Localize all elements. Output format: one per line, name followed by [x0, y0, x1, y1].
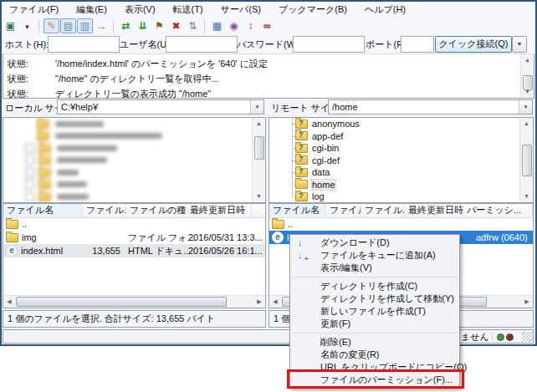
- log-toggle-icon[interactable]: [43, 18, 59, 33]
- remote-tree-item[interactable]: anonymous: [269, 118, 533, 130]
- username-input[interactable]: [166, 36, 238, 53]
- context-menu: ダウンロード(D) ファイルをキューに追加(A) 表示/編集(V) ディレクトリ…: [289, 234, 460, 389]
- menu-help[interactable]: ヘルプ(H): [357, 2, 413, 17]
- local-tree-item-blurred[interactable]: [3, 155, 265, 167]
- password-input[interactable]: [293, 36, 365, 53]
- local-tree-item-blurred[interactable]: [3, 118, 265, 130]
- remote-tree-item[interactable]: cgi-def: [269, 155, 533, 167]
- menu-item-download[interactable]: ダウンロード(D): [290, 237, 459, 249]
- site-manager-icon[interactable]: [3, 18, 18, 33]
- remote-site-combo[interactable]: /home ▼: [328, 99, 533, 115]
- remote-tree-item[interactable]: data: [269, 166, 533, 179]
- reconnect-icon[interactable]: [185, 18, 201, 33]
- local-tree-item-blurred[interactable]: [3, 191, 265, 203]
- compare-icon[interactable]: [226, 18, 242, 33]
- scrollbar-thumb[interactable]: [522, 145, 532, 176]
- resize-grip[interactable]: [522, 332, 532, 342]
- log-scrollbar[interactable]: ▲ ▼: [520, 54, 534, 98]
- chevron-down-icon[interactable]: ▼: [519, 100, 532, 114]
- refresh-icon[interactable]: [118, 18, 134, 33]
- menu-item-refresh[interactable]: 更新(F): [290, 318, 459, 330]
- local-file-row[interactable]: ..: [3, 217, 265, 231]
- local-tree-toggle-icon[interactable]: [60, 18, 76, 33]
- column-header-modified[interactable]: 最終更新日時: [187, 204, 252, 216]
- menu-edit[interactable]: 編集(E): [69, 2, 115, 17]
- menu-bookmarks[interactable]: ブックマーク(B): [271, 2, 355, 17]
- menu-item-rename[interactable]: 名前の変更(R): [290, 349, 459, 361]
- local-selection-summary: 1 個のファイルを選択. 合計サイズ: 13,655 バイト: [8, 313, 215, 323]
- menu-item-add-to-queue[interactable]: ファイルをキューに追加(A): [290, 249, 459, 262]
- column-header-filetype[interactable]: ファイルの種類: [126, 204, 187, 216]
- remote-site-value: /home: [332, 102, 358, 112]
- remote-tree-item[interactable]: log: [269, 191, 533, 203]
- scroll-left-icon[interactable]: ◀: [269, 296, 281, 307]
- host-input[interactable]: [48, 36, 120, 53]
- scroll-down-icon[interactable]: ▼: [253, 191, 265, 202]
- local-tree-scrollbar[interactable]: ▲ ▼: [252, 118, 265, 202]
- scroll-down-icon[interactable]: ▼: [520, 191, 533, 202]
- local-tree-item-blurred[interactable]: [3, 142, 265, 155]
- quickconnect-button[interactable]: クイック接続(Q): [435, 36, 512, 53]
- sync-browse-icon[interactable]: [243, 18, 258, 33]
- scroll-right-icon[interactable]: ▶: [253, 296, 265, 307]
- local-file-row[interactable]: img ファイル フォ... 2016/05/31 13:3...: [3, 231, 265, 244]
- menu-file[interactable]: ファイル(F): [2, 2, 66, 17]
- menu-separator: [292, 333, 458, 333]
- local-tree-item-blurred[interactable]: [3, 179, 265, 191]
- local-tree-pane[interactable]: ▲ ▼: [3, 117, 266, 203]
- menu-server[interactable]: サーバ(S): [213, 2, 268, 17]
- local-file-row-selected[interactable]: eindex.html 13,655 HTML ドキュ... 2016/05/2…: [3, 244, 265, 257]
- port-input[interactable]: [401, 36, 434, 53]
- menu-item-create-directory-enter[interactable]: ディレクトリを作成して移動(Y): [290, 293, 459, 305]
- column-header-permissions[interactable]: パーミッシ...: [463, 204, 533, 216]
- remote-tree-pane[interactable]: anonymous app-def cgi-bin cgi-def data h…: [268, 117, 534, 203]
- remote-tree-item[interactable]: cgi-bin: [269, 142, 533, 155]
- file-type: ファイル フォ...: [128, 231, 195, 244]
- queue-toggle-icon[interactable]: [94, 18, 110, 33]
- log-row: 状態: '/home/index.html' のパーミッションを '640' に…: [3, 56, 534, 71]
- remote-tree-item-selected[interactable]: home: [269, 179, 533, 191]
- cancel-icon[interactable]: [151, 18, 167, 33]
- quickconnect-dropdown-icon[interactable]: ▼: [512, 36, 527, 53]
- menu-item-create-new-file[interactable]: 新しいファイルを作成(T): [290, 305, 459, 318]
- local-site-combo[interactable]: C:¥help¥ ▼: [57, 99, 264, 115]
- scroll-up-icon[interactable]: ▲: [520, 118, 533, 130]
- tree-item-label: cgi-def: [312, 155, 340, 165]
- scrollbar-thumb[interactable]: [16, 297, 227, 307]
- local-tree-item-blurred[interactable]: [3, 130, 265, 143]
- column-header-filename[interactable]: ファイル名: [3, 204, 83, 216]
- scroll-left-icon[interactable]: ◀: [3, 296, 15, 307]
- scroll-up-icon[interactable]: ▲: [521, 54, 534, 66]
- menu-item-delete[interactable]: 削除(E): [290, 336, 459, 349]
- toolbar-separator: [204, 19, 205, 33]
- folder-question-icon: [295, 192, 308, 201]
- column-header-filetype[interactable]: ファイル...: [361, 204, 405, 216]
- local-tree-item-blurred[interactable]: [3, 166, 265, 179]
- remote-tree-item[interactable]: app-def: [269, 130, 533, 143]
- remote-tree-toggle-icon[interactable]: [77, 18, 93, 33]
- scroll-up-icon[interactable]: ▲: [253, 118, 265, 130]
- menu-transfer[interactable]: 転送(T): [166, 2, 211, 17]
- local-list-hscrollbar[interactable]: ◀ ▶: [3, 295, 265, 308]
- menu-view[interactable]: 表示(V): [117, 2, 163, 17]
- find-icon[interactable]: [259, 18, 275, 33]
- site-manager-dropdown-icon[interactable]: [19, 18, 35, 33]
- menu-item-view-edit[interactable]: 表示/編集(V): [290, 262, 459, 274]
- remote-tree-scrollbar[interactable]: ▲ ▼: [519, 118, 533, 202]
- folder-question-icon: [295, 131, 308, 140]
- column-header-modified[interactable]: 最終更新日時: [405, 204, 463, 216]
- process-queue-icon[interactable]: [135, 18, 151, 33]
- filter-icon[interactable]: [209, 18, 225, 33]
- scroll-down-icon[interactable]: ▼: [521, 86, 534, 98]
- local-file-list[interactable]: ファイル名 ファイル... ファイルの種類 最終更新日時 .. img ファイル…: [3, 203, 266, 308]
- file-name: img: [22, 231, 37, 244]
- column-header-filesize[interactable]: ファイル...: [326, 204, 361, 216]
- column-header-filename[interactable]: ファイル名: [269, 204, 326, 216]
- scrollbar-thumb[interactable]: [254, 136, 264, 160]
- disconnect-icon[interactable]: [168, 18, 184, 33]
- chevron-down-icon[interactable]: ▼: [250, 100, 263, 114]
- column-header-filesize[interactable]: ファイル...: [83, 204, 126, 216]
- menu-item-create-directory[interactable]: ディレクトリを作成(C): [290, 280, 459, 293]
- remote-file-row[interactable]: ..: [269, 217, 533, 231]
- scroll-right-icon[interactable]: ▶: [521, 296, 533, 307]
